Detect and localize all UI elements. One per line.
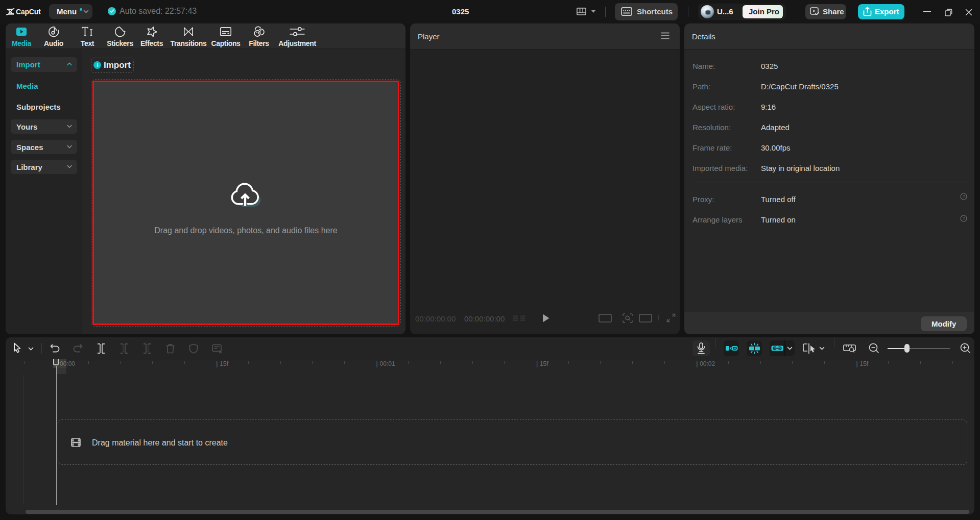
svg-text:?: ? — [963, 194, 965, 199]
svg-text:?: ? — [963, 216, 965, 221]
